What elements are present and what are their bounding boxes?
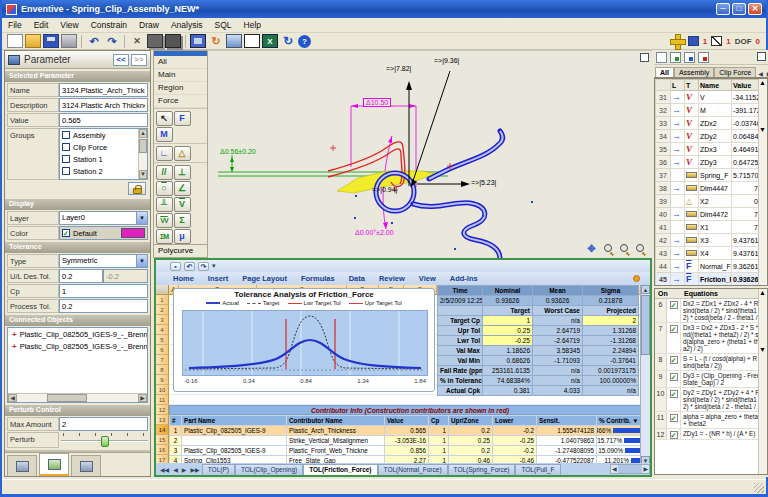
stats-mean[interactable]: 0.93626 [533, 296, 583, 306]
row-header[interactable]: 14 [156, 425, 169, 435]
open-icon[interactable] [25, 34, 41, 48]
connected-objects-list[interactable]: + Plastic_Clip_082505_IGES-9_-_Brenne + … [7, 327, 148, 403]
menu-analysis[interactable]: Analysis [165, 19, 209, 31]
angle-dimension[interactable]: Δ0.00°±2.00 [355, 229, 394, 236]
vars-tab-clip-force[interactable]: Clip Force [714, 67, 756, 77]
moment-tool[interactable]: M [156, 127, 173, 142]
worksheet-grid[interactable]: A B C D E F G H I J [156, 285, 650, 465]
tolerance-type-dropdown[interactable]: Symmetric ▼ [59, 254, 148, 268]
vectors-tool[interactable]: VV [156, 213, 173, 228]
ribbon-tab[interactable]: View [412, 274, 443, 283]
group-checkbox[interactable] [62, 167, 70, 175]
variable-row[interactable]: 33 ZDx2 -0.03746 [656, 117, 760, 130]
palette-item-polycurve[interactable]: Polycurve [154, 244, 207, 257]
equation-enabled-checkbox[interactable]: ✓ [670, 431, 678, 439]
move-icon[interactable] [670, 34, 684, 48]
contributor-row[interactable]: 3 Plastic_Clip_082505_IGES-9 Plastic_Fro… [170, 446, 651, 456]
perturb-slider[interactable] [61, 432, 148, 448]
lock-button[interactable] [128, 182, 146, 195]
row-header[interactable]: 16 [156, 445, 169, 455]
friction-tool[interactable]: μ [174, 229, 191, 244]
zoom-window-icon[interactable] [617, 242, 630, 254]
row-header[interactable]: 10 [156, 385, 169, 395]
row-header[interactable]: 6 [156, 345, 169, 355]
refresh-icon[interactable] [208, 34, 224, 48]
equation-row[interactable]: 11 ✓ alpha = alpha_zero + theta1 + theta… [655, 412, 767, 429]
scroll-down-icon[interactable]: ▼ [759, 346, 767, 353]
next-sheet-icon[interactable]: ▶ [180, 466, 189, 473]
menu-view[interactable]: View [54, 19, 84, 31]
sheet-tab[interactable]: TOL(Friction_Force) [303, 464, 377, 475]
force-label-up[interactable]: =>|7.82| [386, 65, 411, 72]
max-amount-field[interactable] [59, 417, 148, 431]
sum-forces-tool[interactable]: Σ [174, 213, 191, 228]
scroll-up-icon[interactable]: ▲ [641, 285, 650, 294]
sheet-horizontal-scrollbar[interactable]: ◀▶ [610, 464, 650, 474]
tab-search-view[interactable] [71, 455, 101, 476]
save-icon[interactable] [43, 34, 59, 48]
equation-enabled-checkbox[interactable]: ✓ [670, 301, 678, 309]
scroll-up-icon[interactable]: ▲ [139, 129, 147, 138]
separator[interactable] [124, 35, 125, 48]
minimize-button[interactable]: ─ [716, 3, 730, 15]
row-header[interactable]: 7 [156, 355, 169, 365]
select-tool[interactable]: ↖ [156, 111, 173, 126]
upper-tol-field[interactable] [59, 269, 103, 283]
image-icon[interactable] [226, 34, 242, 48]
stats-sigma[interactable]: 0.21878 [583, 296, 639, 306]
variable-row[interactable]: 37 Spring_F 5.71570 [656, 169, 760, 182]
vars-tab-all[interactable]: All [655, 67, 674, 77]
equations-header-label[interactable]: Equations [681, 289, 721, 298]
redo-icon[interactable] [104, 34, 120, 48]
drawing-canvas[interactable]: =>|7.82| =>|9.36| =>|5.23| =>|0.94| Δ10.… [208, 50, 652, 258]
variable-row[interactable]: 36 ZDy3 0.64725 [656, 156, 760, 169]
equation-row[interactable]: 8 ✓ S = L - (t / cosd(alpha) + R * sind(… [655, 354, 767, 371]
maximize-button[interactable]: □ [732, 3, 746, 15]
resize-grip[interactable] [754, 483, 764, 493]
lower-tol-field[interactable] [103, 269, 148, 283]
angle-tool[interactable]: ∠ [174, 181, 191, 196]
col-value[interactable]: Value [732, 80, 760, 91]
menu-sql[interactable]: SQL [209, 19, 238, 31]
sync-icon[interactable] [280, 34, 296, 48]
redo-icon[interactable]: ↷ [198, 262, 209, 271]
variables-scrollbar[interactable]: ▲ ▼ [758, 79, 767, 285]
width-dimension[interactable]: Δ10.50 [363, 98, 391, 107]
palette-tab-all[interactable]: All [154, 56, 207, 69]
excel-icon[interactable] [262, 34, 278, 48]
sheet-tab[interactable]: TOL(Spring_Force) [448, 464, 516, 475]
connected-object-item[interactable]: + Plastic_Clip_082505_IGES-9_-_Brenne [8, 340, 147, 352]
row-header[interactable]: 1 [156, 295, 169, 305]
print-icon[interactable] [61, 34, 77, 48]
sheet-tab[interactable]: TOL(Normal_Force) [378, 464, 448, 475]
equation-enabled-checkbox[interactable]: ✓ [670, 356, 678, 364]
sheet-tab[interactable]: TOL(P) [202, 464, 235, 475]
ribbon-tab[interactable]: Formulas [294, 274, 342, 283]
force-label-right[interactable]: =>|5.23| [471, 179, 496, 186]
analysis-icon[interactable] [190, 34, 206, 48]
qat-more-icon[interactable]: ▾ [212, 262, 216, 270]
save-state-icon[interactable] [688, 36, 699, 46]
select-all-corner[interactable] [156, 285, 169, 294]
variable-row[interactable]: 38 Dim4447 7 [656, 182, 760, 195]
equation-enabled-checkbox[interactable]: ✓ [670, 390, 678, 398]
scroll-left-icon[interactable]: ◀ [8, 394, 17, 402]
collapse-button[interactable]: << [113, 54, 129, 66]
group-checkbox[interactable] [62, 131, 70, 139]
thickness-dimension[interactable]: Δ0.56±0.20 [220, 148, 256, 155]
ribbon-tab[interactable]: Review [372, 274, 412, 283]
ribbon-tab[interactable]: Home [166, 274, 201, 283]
save-icon[interactable]: ▪ [170, 262, 181, 271]
equation-row[interactable]: 7 ✓ Dx3 = Dx2 + ZDx3 - 2 * S * sind((the… [655, 323, 767, 354]
sum-moments-tool[interactable]: ΣM [156, 229, 173, 244]
scroll-down-icon[interactable]: ▼ [759, 126, 767, 133]
row-header[interactable]: 11 [156, 395, 169, 405]
layer-dropdown[interactable]: Layer0 ▼ [59, 211, 148, 225]
contributor-row[interactable]: 1 Plastic_Clip_082505_IGES-9 Plastic_Arc… [170, 426, 651, 436]
menu-file[interactable]: File [2, 19, 28, 31]
embedded-spreadsheet[interactable]: ▪ ↶ ↷ ▾ Home Insert Page Layout Formulas… [154, 258, 652, 477]
separator[interactable] [81, 35, 82, 48]
cut-icon[interactable] [129, 34, 145, 48]
value-field[interactable] [59, 113, 148, 127]
row-header[interactable]: 5 [156, 335, 169, 345]
